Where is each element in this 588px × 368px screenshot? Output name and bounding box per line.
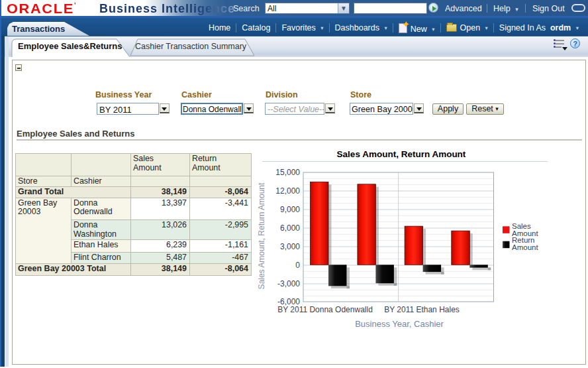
svg-text:Sales Amount, Return Amount: Sales Amount, Return Amount (258, 182, 266, 289)
svg-text:6,000: 6,000 (280, 223, 300, 233)
svg-text:-3,000: -3,000 (277, 279, 300, 288)
svg-text:BY 2011 Ethan Hales: BY 2011 Ethan Hales (384, 305, 460, 314)
svg-text:3,000: 3,000 (280, 242, 300, 251)
svg-text:BY 2011 Donna Odenwalld: BY 2011 Donna Odenwalld (277, 305, 373, 314)
svg-text:Business Year, Cashier: Business Year, Cashier (355, 319, 444, 329)
svg-text:9,000: 9,000 (280, 205, 300, 214)
svg-text:0: 0 (295, 261, 300, 270)
svg-text:Sales Amount, Return Amount: Sales Amount, Return Amount (337, 149, 466, 159)
svg-text:12,000: 12,000 (275, 186, 300, 196)
svg-text:Amount: Amount (512, 243, 538, 251)
svg-text:15,000: 15,000 (275, 168, 300, 177)
